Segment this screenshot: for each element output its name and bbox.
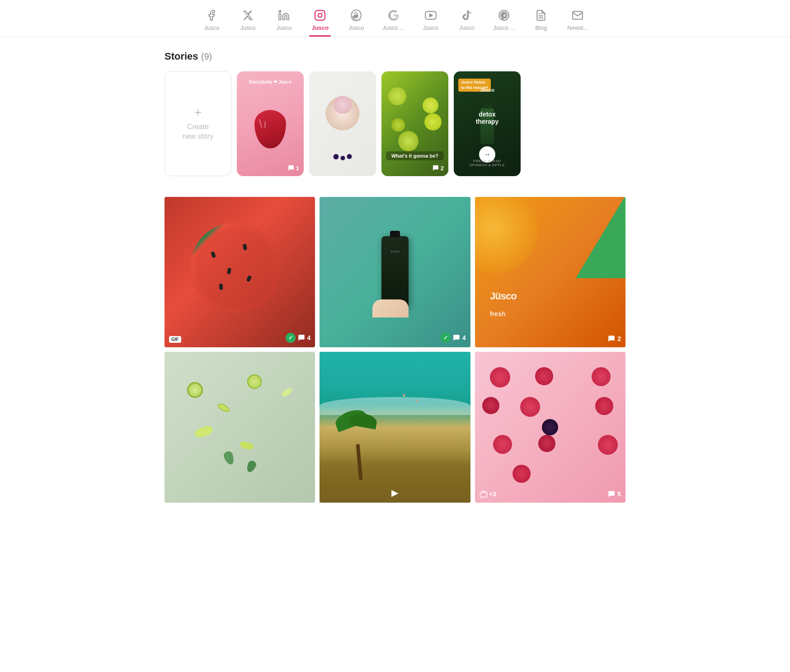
nav-label-facebook: Jusco bbox=[204, 24, 219, 31]
stories-title: Stories (9) bbox=[165, 51, 625, 62]
main-content: Stories (9) + Createnew story Everybody … bbox=[146, 37, 644, 516]
story-everybody-text: Everybody ❤ Jusco bbox=[237, 79, 304, 84]
svg-rect-7 bbox=[480, 492, 487, 497]
story-card-limes[interactable]: What's it gonna be? 2 bbox=[381, 71, 448, 176]
post-orange-juice[interactable]: Jüsco fresh 2 bbox=[475, 197, 625, 347]
post-layers-badge: +3 bbox=[480, 490, 496, 498]
story-detox-logo: Jusco bbox=[454, 87, 521, 93]
sidebar-item-instagram[interactable]: Jusco bbox=[302, 5, 338, 37]
create-story-label: Createnew story bbox=[183, 122, 213, 141]
post-bottle-teal[interactable]: JUSCO ✓ 4 bbox=[320, 197, 470, 347]
nav-label-linkedin: Jusco bbox=[276, 24, 292, 31]
post-comment-badge-raspberry: 5 bbox=[607, 490, 621, 498]
stories-strip: + Createnew story Everybody ❤ Jusco 1 bbox=[165, 71, 625, 181]
post-beach[interactable]: ▶ bbox=[320, 352, 470, 502]
story-comment-badge-1: 1 bbox=[287, 164, 299, 172]
story-card-bowl[interactable] bbox=[309, 71, 376, 176]
create-story-card[interactable]: + Createnew story bbox=[165, 71, 231, 176]
posts-grid: GIF ✓ 4 JUSCO ✓ bbox=[165, 197, 625, 503]
google-icon bbox=[387, 9, 400, 22]
sidebar-item-twitter[interactable]: Jusco bbox=[230, 5, 266, 37]
nav-label-tiktok: Jusco bbox=[459, 24, 475, 31]
threads-icon bbox=[350, 9, 362, 22]
nav-label-blog: Blog bbox=[535, 24, 547, 31]
nav-label-pinterest: Jusco ... bbox=[493, 24, 515, 31]
post-watermelon[interactable]: GIF ✓ 4 bbox=[165, 197, 315, 347]
orange-circle bbox=[475, 197, 538, 274]
sidebar-item-tiktok[interactable]: Jusco bbox=[449, 5, 485, 37]
sidebar-item-pinterest[interactable]: Jusco ... bbox=[485, 5, 523, 37]
twitter-icon bbox=[241, 9, 254, 22]
posts-section: GIF ✓ 4 JUSCO ✓ bbox=[165, 197, 625, 503]
story-sub-text: FRESH BLENDSPINACH & APPLE bbox=[454, 159, 521, 167]
sidebar-item-facebook[interactable]: Jusco bbox=[193, 5, 230, 37]
story-question-text: What's it gonna be? bbox=[386, 151, 444, 160]
story-comment-badge-2: 2 bbox=[432, 164, 444, 172]
svg-marker-4 bbox=[429, 14, 432, 17]
sidebar-item-threads[interactable]: Jusco bbox=[338, 5, 374, 37]
youtube-icon bbox=[424, 9, 437, 22]
sidebar-item-youtube[interactable]: Jusco bbox=[413, 5, 449, 37]
nav-label-instagram: Jusco bbox=[312, 24, 329, 31]
check-icon-bottle: ✓ bbox=[441, 333, 451, 343]
post-gif-badge: GIF bbox=[169, 336, 181, 343]
linkedin-icon bbox=[277, 9, 290, 22]
instagram-icon bbox=[314, 9, 326, 22]
platform-nav: Jusco Jusco Jusco Jusco bbox=[0, 0, 790, 37]
sidebar-item-newsletter[interactable]: Newsl... bbox=[559, 5, 596, 37]
svg-point-1 bbox=[279, 10, 281, 12]
post-lime-chips[interactable] bbox=[165, 352, 315, 502]
stories-section: Stories (9) + Createnew story Everybody … bbox=[165, 51, 625, 181]
green-triangle bbox=[576, 197, 625, 278]
story-card-detox[interactable]: Jusco Detoxto the rescue* Jusco detoxthe… bbox=[454, 71, 521, 176]
blog-icon bbox=[535, 9, 547, 22]
story-detox-title: detoxtherapy bbox=[454, 111, 521, 125]
post-comment-badge-watermelon: ✓ 4 bbox=[286, 333, 311, 343]
nav-label-newsletter: Newsl... bbox=[567, 24, 588, 31]
nav-label-twitter: Jusco bbox=[240, 24, 255, 31]
nav-label-google: Jusco ... bbox=[382, 24, 404, 31]
pinterest-icon bbox=[498, 9, 510, 22]
plus-icon: + bbox=[194, 106, 202, 119]
post-raspberry[interactable]: +3 5 bbox=[475, 352, 625, 502]
facebook-icon bbox=[205, 9, 218, 22]
tiktok-icon bbox=[461, 9, 473, 22]
post-comment-badge-orange: 2 bbox=[607, 335, 621, 343]
nav-label-threads: Jusco bbox=[348, 24, 364, 31]
sidebar-item-linkedin[interactable]: Jusco bbox=[266, 5, 302, 37]
sidebar-item-google[interactable]: Jusco ... bbox=[374, 5, 412, 37]
nav-label-youtube: Jusco bbox=[423, 24, 438, 31]
svg-rect-2 bbox=[315, 10, 325, 20]
svg-rect-0 bbox=[279, 14, 281, 20]
sidebar-item-blog[interactable]: Blog bbox=[523, 5, 559, 37]
check-icon-watermelon: ✓ bbox=[286, 333, 296, 343]
newsletter-icon bbox=[571, 9, 584, 22]
post-comment-badge-bottle: ✓ 4 bbox=[441, 333, 466, 343]
play-button[interactable]: ▶ bbox=[391, 487, 398, 498]
story-card-strawberry[interactable]: Everybody ❤ Jusco 1 bbox=[237, 71, 304, 176]
